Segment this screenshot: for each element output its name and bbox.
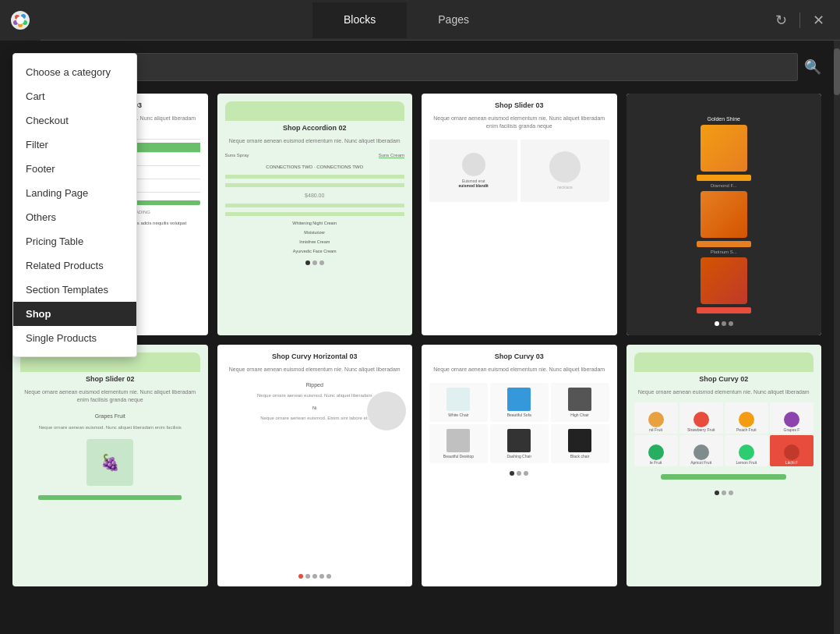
fruit-card: nd Fruit [634,402,678,434]
dropdown-item-footer[interactable]: Footer [13,157,136,181]
chair-label: Dashing Chair [506,454,531,459]
slider-track [38,495,182,500]
fruit-img [784,445,799,460]
product-desc-2: Neque ornare aenean euismod. Etnim sint … [260,416,369,420]
item-name: Ayurvedic Face Cream [293,249,337,253]
dropdown-item-cart[interactable]: Cart [13,84,136,108]
card-wave-header [225,101,405,121]
card-subtitle: Neque ornare aenean euismod elementum ni… [429,115,609,130]
product-image-3 [701,257,747,304]
dropdown-item-choose[interactable]: Choose a category [13,60,136,84]
list-row [225,175,405,179]
fruit-img [739,445,754,460]
chair-label: Beautiful Sofa [507,413,531,417]
product-label: necklace [557,185,573,189]
pagination-dots [298,574,331,579]
dot-2 [722,491,726,495]
dropdown-item-checkout[interactable]: Checkout [13,108,136,133]
product-row: Euismod erat euismod blandit necklace [429,140,609,202]
card-shop-slider-03[interactable]: Shop Slider 03 Neque ornare aenean euism… [422,94,617,335]
fruit-label: Peach Fruit [736,427,757,432]
dropdown-item-pricing-table[interactable]: Pricing Table [13,229,136,253]
header: Blocks Pages ↻ ✕ [0,0,840,41]
dot-5 [326,574,331,579]
scrollbar-thumb[interactable] [834,48,840,95]
card-title: Shop Slider 02 [86,375,135,383]
fruit-label: Grapes F [784,427,800,432]
item-name: Whitening Night Cream [292,221,337,225]
chair-card: Black chair [551,424,609,463]
refresh-button[interactable]: ↻ [772,9,790,32]
dropdown-item-shop[interactable]: Shop [13,302,136,326]
svg-point-6 [16,16,24,24]
list-row [225,204,405,207]
fruit-img [648,412,664,427]
card-title: Shop Curvy 03 [495,352,544,360]
fruit-label: Lemon Fruit [736,460,757,465]
product-name-2: Ni [312,406,317,410]
partial-card-inner: Golden Shine Diamond F... Platinum S... [626,94,822,335]
pagination-dots [715,321,733,326]
fruit-img [739,412,754,427]
product-desc: Neque ornare aenean euismod. Nunc alique… [39,425,182,430]
dropdown-item-landing-page[interactable]: Landing Page [13,181,136,205]
card-shop-slider-02[interactable]: Shop Slider 02 Neque ornare aenean euism… [12,345,208,586]
card-wave-header [634,352,814,372]
card-shop-partial[interactable]: Golden Shine Diamond F... Platinum S... [626,94,822,335]
dot-1 [715,491,719,495]
card-title: Shop Curvy Horizontal 03 [272,352,358,360]
dot-3 [319,260,324,265]
product-btn-3 [697,307,751,313]
item-name: Innisfree Cream [299,239,330,244]
card-subtitle: Neque ornare aenean euismod elementum ni… [638,388,810,396]
card-shop-curvy-02[interactable]: Shop Curvy 02 Neque ornare aenean euismo… [626,345,822,586]
chair-card: Beautiful Desktop [429,424,488,463]
chair-label: High Chair [570,413,589,417]
product-image [549,151,581,182]
card-shop-accordion-02[interactable]: Shop Accordion 02 Neque ornare aenean eu… [217,94,413,335]
header-divider [799,12,800,28]
dot-2 [305,574,310,579]
fruit-label: Strawberry Fruit [687,427,715,432]
chair-img [507,388,531,411]
fruit-img [694,445,709,460]
dropdown-item-others[interactable]: Others [13,205,136,229]
product-image [462,153,485,176]
fruit-card: Grapes F [770,402,814,434]
dropdown-item-filter[interactable]: Filter [13,133,136,157]
fruit-img [648,445,664,460]
pagination-dots [305,260,324,265]
tab-pages[interactable]: Pages [407,2,500,38]
product-name-2: Platinum S... [711,250,737,254]
card-shop-curvy-horizontal-03[interactable]: Shop Curvy Horizontal 03 Neque ornare ae… [217,345,413,586]
dropdown-item-section-templates[interactable]: Section Templates [13,278,136,302]
dot-1 [715,321,719,326]
product-name: Ripped [306,382,323,388]
fruit-label: Litchi F [785,460,798,465]
category-dropdown: Choose a category Cart Checkout Filter F… [12,53,137,357]
grape-emoji: 🍇 [101,453,120,472]
chair-card: White Chair [429,383,488,422]
close-button[interactable]: ✕ [810,9,828,32]
product-btn [697,175,751,181]
search-button[interactable]: 🔍 [804,58,821,76]
card-title: Shop Slider 03 [495,101,544,109]
product-image-2 [701,191,747,238]
product-image [701,125,747,172]
fruit-label: nd Fruit [649,427,662,432]
chair-label: Black chair [570,454,589,459]
palette-icon [9,9,31,31]
product-image-circle [367,391,406,430]
scrollbar[interactable] [834,41,840,634]
dot-3 [729,491,733,495]
card-shop-curvy-03[interactable]: Shop Curvy 03 Neque ornare aenean euismo… [422,345,617,586]
chair-card: Beautiful Sofa [490,383,549,422]
tab-blocks[interactable]: Blocks [312,2,407,38]
dropdown-item-related-products[interactable]: Related Products [13,253,136,278]
fruit-card: Apricot Fruit [679,435,723,466]
fruit-card: Strawberry Fruit [679,402,723,434]
product-name: Diamond F... [711,183,737,188]
card-subtitle: Neque ornare aenean euismod elementum ni… [433,366,605,374]
dropdown-item-single-products[interactable]: Single Products [13,326,136,350]
list-row [225,183,405,187]
